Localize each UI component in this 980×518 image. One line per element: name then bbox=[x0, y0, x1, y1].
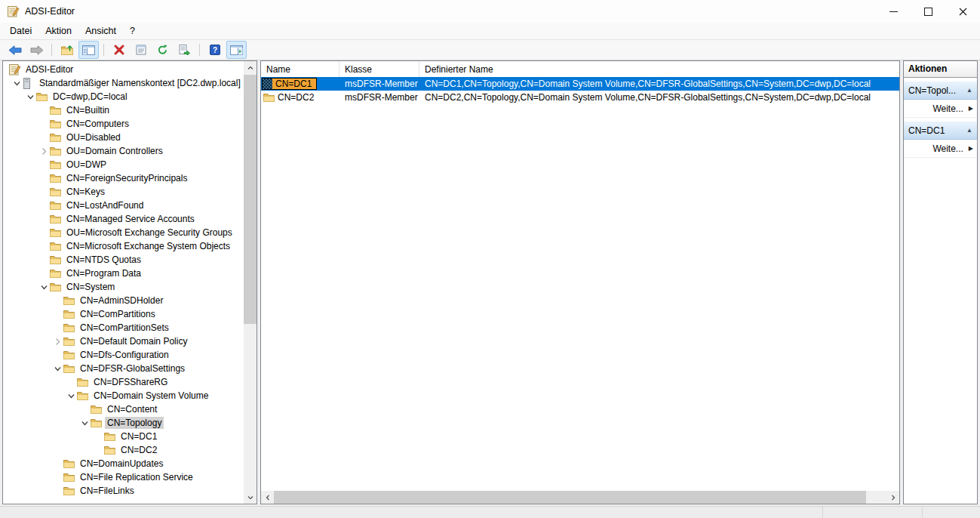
tree-item-label: CN=Microsoft Exchange System Objects bbox=[64, 240, 232, 252]
tree-item-cn-microsoft-exchange-system-objects[interactable]: CN=Microsoft Exchange System Objects bbox=[3, 239, 244, 253]
tree-item-ou-dwp[interactable]: OU=DWP bbox=[3, 158, 244, 171]
folder-icon bbox=[50, 174, 63, 183]
tree-item-ou-domain-controllers[interactable]: OU=Domain Controllers bbox=[3, 144, 244, 158]
chevron-spacer bbox=[38, 254, 50, 266]
tree-item-cn-compartitionsets[interactable]: CN=ComPartitionSets bbox=[3, 321, 244, 335]
scroll-down-arrow-icon[interactable] bbox=[244, 491, 257, 504]
folder-icon bbox=[63, 337, 76, 347]
toolbar-button-show-console-tree[interactable] bbox=[78, 41, 99, 59]
column-header-klasse[interactable]: Klasse bbox=[339, 61, 419, 77]
action-item-weite[interactable]: Weite...▶ bbox=[904, 140, 977, 158]
tree-item-cn-builtin[interactable]: CN=Builtin bbox=[3, 103, 244, 117]
action-group-header[interactable]: CN=Topol...▲ bbox=[904, 82, 977, 100]
folder-icon bbox=[63, 364, 76, 374]
tree-item-cn-topology[interactable]: CN=Topology bbox=[3, 416, 244, 430]
tree-item-cn-computers[interactable]: CN=Computers bbox=[3, 117, 244, 131]
folder-icon bbox=[36, 92, 49, 102]
toolbar-button-up-one-level[interactable] bbox=[57, 41, 77, 59]
tree-item-ou-disabled[interactable]: OU=Disabled bbox=[3, 131, 244, 144]
tree-item-cn-domainupdates[interactable]: CN=DomainUpdates bbox=[3, 457, 244, 470]
chevron-right-icon[interactable] bbox=[51, 335, 63, 347]
tree-item-cn-compartitions[interactable]: CN=ComPartitions bbox=[3, 307, 244, 321]
tree-item-label: CN=ForeignSecurityPrincipals bbox=[64, 172, 189, 184]
tree-item-adsi-editor[interactable]: ADSI-Editor bbox=[3, 63, 244, 76]
action-group-cn-topol: CN=Topol...▲Weite...▶ bbox=[904, 82, 977, 118]
scrollbar-thumb[interactable] bbox=[274, 491, 866, 504]
menu-item-aktion[interactable]: Aktion bbox=[38, 23, 78, 39]
tree-item-cn-filelinks[interactable]: CN=FileLinks bbox=[3, 484, 244, 498]
chevron-spacer bbox=[38, 172, 50, 184]
chevron-spacer bbox=[38, 104, 50, 116]
folder-icon bbox=[50, 282, 63, 292]
tree-item-cn-keys[interactable]: CN=Keys bbox=[3, 185, 244, 199]
scroll-left-arrow-icon[interactable] bbox=[261, 491, 274, 504]
chevron-down-icon[interactable] bbox=[65, 390, 77, 402]
column-header-name[interactable]: Name bbox=[261, 61, 339, 77]
chevron-spacer bbox=[38, 131, 50, 143]
tree-item-cn-program-data[interactable]: CN=Program Data bbox=[3, 267, 244, 280]
window-maximize-button[interactable] bbox=[911, 0, 945, 23]
rename-highlight-box: CN=DC1 bbox=[262, 78, 317, 90]
help-icon: ? bbox=[210, 45, 220, 55]
actions-pane-title: Aktionen bbox=[904, 61, 977, 78]
tree-item-cn-default-domain-policy[interactable]: CN=Default Domain Policy bbox=[3, 335, 244, 348]
tree-item-cn-dc2[interactable]: CN=DC2 bbox=[3, 443, 244, 457]
chevron-down-icon[interactable] bbox=[51, 362, 63, 375]
toolbar-button-properties[interactable] bbox=[131, 41, 151, 59]
folder-icon bbox=[263, 93, 275, 103]
folder-icon bbox=[50, 106, 63, 116]
tree-item-cn-foreignsecurityprincipals[interactable]: CN=ForeignSecurityPrincipals bbox=[3, 171, 244, 185]
chevron-spacer bbox=[38, 267, 50, 279]
tree-item-dc-dwp-dc-local[interactable]: DC=dwp,DC=local bbox=[3, 90, 244, 103]
tree-item-cn-dfssharerg[interactable]: CN=DFSShareRG bbox=[3, 375, 244, 389]
chevron-spacer bbox=[38, 227, 50, 239]
toolbar-button-delete[interactable] bbox=[109, 41, 129, 59]
tree-item-cn-dfs-configuration[interactable]: CN=Dfs-Configuration bbox=[3, 348, 244, 362]
tree-item-label: CN=Managed Service Accounts bbox=[64, 213, 197, 225]
tree-item-cn-system[interactable]: CN=System bbox=[3, 280, 244, 294]
window-close-button[interactable] bbox=[945, 0, 980, 23]
tree-item-cn-domain-system-volume[interactable]: CN=Domain System Volume bbox=[3, 389, 244, 402]
tree-item-cn-adminsdholder[interactable]: CN=AdminSDHolder bbox=[3, 294, 244, 307]
tree-item-cn-file-replication-service[interactable]: CN=File Replication Service bbox=[3, 470, 244, 484]
tree-item-cn-dfsr-globalsettings[interactable]: CN=DFSR-GlobalSettings bbox=[3, 362, 244, 375]
table-row-cn-dc1[interactable]: CN=DC1msDFSR-MemberCN=DC1,CN=Topology,CN… bbox=[261, 77, 899, 91]
menu-item-datei[interactable]: Datei bbox=[3, 23, 38, 39]
adsi-root-icon bbox=[9, 64, 22, 76]
list-horizontal-scrollbar[interactable] bbox=[261, 491, 899, 504]
toolbar-button-refresh[interactable] bbox=[152, 41, 173, 59]
name-cell: CN=DC2 bbox=[261, 92, 339, 103]
scrollbar-thumb[interactable] bbox=[244, 75, 257, 324]
toolbar-button-help[interactable]: ? bbox=[204, 41, 225, 59]
toolbar-button-export-list[interactable] bbox=[174, 41, 195, 59]
chevron-down-icon[interactable] bbox=[24, 91, 36, 103]
chevron-down-icon[interactable] bbox=[11, 77, 23, 89]
action-item-weite[interactable]: Weite...▶ bbox=[904, 100, 977, 118]
tree-item-cn-dc1[interactable]: CN=DC1 bbox=[3, 430, 244, 443]
tree-item-ou-microsoft-exchange-security-groups[interactable]: OU=Microsoft Exchange Security Groups bbox=[3, 226, 244, 239]
toolbar-button-forward-arrow[interactable] bbox=[26, 41, 47, 59]
action-group-header[interactable]: CN=DC1▲ bbox=[904, 122, 977, 140]
tree-item-cn-lostandfound[interactable]: CN=LostAndFound bbox=[3, 199, 244, 212]
chevron-right-icon[interactable] bbox=[38, 145, 50, 157]
distinguished-name-cell: CN=DC2,CN=Topology,CN=Domain System Volu… bbox=[419, 92, 899, 103]
tree-item-cn-content[interactable]: CN=Content bbox=[3, 402, 244, 416]
scroll-right-arrow-icon[interactable] bbox=[886, 491, 899, 504]
folder-icon bbox=[104, 432, 117, 442]
menu-item-help[interactable]: ? bbox=[123, 23, 142, 39]
tree-vertical-scrollbar[interactable] bbox=[244, 61, 257, 504]
table-row-cn-dc2[interactable]: CN=DC2msDFSR-MemberCN=DC2,CN=Topology,CN… bbox=[261, 91, 899, 104]
tree-item-label: CN=Program Data bbox=[64, 267, 143, 279]
tree-item-cn-ntds-quotas[interactable]: CN=NTDS Quotas bbox=[3, 253, 244, 267]
window-minimize-button[interactable] bbox=[876, 0, 911, 23]
scroll-up-arrow-icon[interactable] bbox=[244, 61, 257, 74]
tree-item-cn-managed-service-accounts[interactable]: CN=Managed Service Accounts bbox=[3, 212, 244, 226]
toolbar-button-show-action-pane[interactable] bbox=[226, 41, 247, 59]
column-header-definierter-name[interactable]: Definierter Name bbox=[419, 61, 899, 77]
menu-item-ansicht[interactable]: Ansicht bbox=[78, 23, 123, 39]
chevron-down-icon[interactable] bbox=[78, 417, 91, 429]
tree-item-standardm-iger-namenskontext-dc2-dwp-local[interactable]: Standardmäßiger Namenskontext [DC2.dwp.l… bbox=[3, 76, 244, 90]
toolbar-button-back-arrow[interactable] bbox=[5, 41, 25, 59]
folder-icon bbox=[50, 133, 63, 143]
chevron-down-icon[interactable] bbox=[38, 281, 50, 293]
